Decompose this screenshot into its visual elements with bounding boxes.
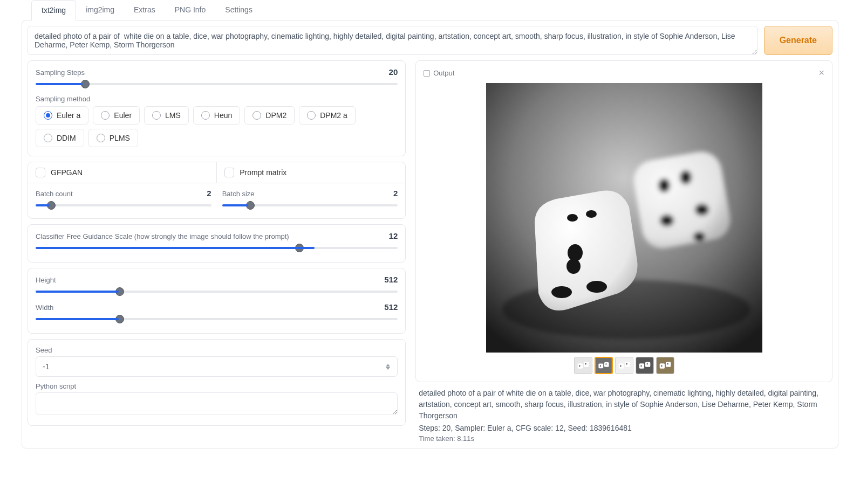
- sampling-method-radios: Euler aEulerLMSHeunDPM2DPM2 aDDIMPLMS: [36, 106, 398, 147]
- width-slider[interactable]: [36, 314, 398, 325]
- width-value: 512: [384, 302, 398, 312]
- cfg-group: Classifier Free Guidance Scale (how stro…: [28, 224, 406, 263]
- svg-point-22: [599, 365, 600, 367]
- seed-stepper[interactable]: [386, 361, 393, 372]
- svg-rect-31: [645, 362, 650, 367]
- batch-size-label: Batch size: [222, 190, 255, 198]
- sampler-euler-a[interactable]: Euler a: [36, 106, 88, 125]
- svg-rect-26: [625, 362, 630, 367]
- output-image[interactable]: [420, 83, 828, 353]
- tab-txt2img[interactable]: txt2img: [31, 0, 76, 20]
- sampling-steps-slider[interactable]: [36, 79, 398, 89]
- svg-point-38: [667, 363, 668, 364]
- sampling-method-label: Sampling method: [36, 95, 398, 103]
- svg-rect-36: [666, 362, 671, 367]
- close-icon[interactable]: ×: [818, 67, 824, 79]
- svg-point-3: [658, 178, 670, 192]
- svg-point-13: [586, 281, 607, 293]
- svg-rect-19: [596, 358, 612, 373]
- height-slider[interactable]: [36, 286, 398, 297]
- batch-count-value: 2: [207, 189, 211, 198]
- svg-point-6: [695, 204, 709, 216]
- prompt-input[interactable]: [28, 26, 757, 55]
- seed-group: Seed Python script: [28, 339, 406, 426]
- svg-rect-29: [636, 357, 653, 374]
- tab-settings[interactable]: Settings: [215, 0, 262, 20]
- sampler-heun[interactable]: Heun: [193, 106, 240, 125]
- svg-point-23: [605, 363, 606, 364]
- height-value: 512: [384, 275, 398, 284]
- svg-rect-24: [616, 357, 633, 374]
- sampling-steps-label: Sampling Steps: [36, 68, 85, 77]
- cfg-label: Classifier Free Guidance Scale (how stro…: [36, 232, 289, 240]
- seed-label: Seed: [36, 346, 398, 354]
- python-script-input[interactable]: [36, 392, 398, 415]
- tab-png-info[interactable]: PNG Info: [165, 0, 216, 20]
- radio-icon: [44, 134, 52, 142]
- svg-rect-21: [604, 362, 609, 367]
- thumbnail-1[interactable]: [595, 357, 613, 374]
- cfg-slider[interactable]: [36, 243, 398, 253]
- gfpgan-checkbox[interactable]: [36, 168, 45, 177]
- radio-icon: [201, 111, 210, 120]
- sampling-group: Sampling Steps 20 Sampling method Euler …: [28, 60, 406, 156]
- batch-size-value: 2: [393, 189, 398, 198]
- prompt-matrix-checkbox[interactable]: [224, 168, 234, 177]
- svg-rect-14: [575, 357, 592, 374]
- thumbnail-0[interactable]: [574, 357, 592, 374]
- output-time: Time taken: 8.11s: [415, 434, 832, 443]
- svg-rect-2: [630, 148, 733, 251]
- seed-input[interactable]: [36, 356, 398, 377]
- height-label: Height: [36, 276, 56, 284]
- radio-icon: [101, 111, 110, 120]
- thumbnail-row: [420, 357, 828, 374]
- gfpgan-label: GFPGAN: [51, 168, 83, 177]
- svg-rect-16: [584, 362, 589, 367]
- expand-icon[interactable]: [424, 70, 430, 77]
- batch-group: GFPGAN Prompt matrix Batch count 2: [28, 162, 406, 219]
- sampling-steps-value: 20: [389, 67, 398, 77]
- svg-rect-34: [657, 357, 674, 374]
- radio-icon: [252, 111, 261, 120]
- output-panel: Output ×: [415, 60, 832, 382]
- svg-point-5: [660, 215, 674, 226]
- svg-point-9: [586, 210, 597, 218]
- svg-point-37: [661, 365, 662, 367]
- dimensions-group: Height 512 Width 512: [28, 268, 406, 334]
- thumbnail-3[interactable]: [636, 357, 654, 374]
- batch-count-slider[interactable]: [36, 200, 211, 211]
- generate-button[interactable]: Generate: [764, 26, 832, 55]
- svg-point-28: [626, 363, 627, 364]
- prompt-matrix-label: Prompt matrix: [240, 168, 286, 177]
- thumbnail-4[interactable]: [656, 357, 674, 374]
- sampler-ddim[interactable]: DDIM: [36, 129, 84, 147]
- svg-point-12: [551, 286, 572, 298]
- svg-point-4: [680, 170, 692, 184]
- batch-count-label: Batch count: [36, 190, 73, 198]
- svg-point-33: [646, 363, 647, 364]
- radio-icon: [152, 111, 161, 120]
- width-label: Width: [36, 303, 53, 312]
- batch-size-slider[interactable]: [222, 200, 398, 211]
- radio-icon: [307, 111, 316, 120]
- sampler-euler[interactable]: Euler: [93, 106, 140, 125]
- tab-bar: txt2imgimg2imgExtrasPNG InfoSettings: [31, 0, 838, 20]
- radio-icon: [44, 111, 52, 120]
- output-caption: detailed photo of a pair of white die on…: [415, 388, 832, 422]
- svg-point-17: [579, 365, 580, 367]
- tab-img2img[interactable]: img2img: [76, 0, 124, 20]
- thumbnail-2[interactable]: [615, 357, 633, 374]
- radio-icon: [97, 134, 105, 142]
- svg-point-32: [640, 365, 641, 367]
- sampler-lms[interactable]: LMS: [144, 106, 189, 125]
- svg-point-7: [693, 232, 705, 241]
- sampler-dpm2-a[interactable]: DPM2 a: [299, 106, 356, 125]
- output-meta: Steps: 20, Sampler: Euler a, CFG scale: …: [415, 424, 832, 432]
- sampler-plms[interactable]: PLMS: [88, 129, 138, 147]
- tab-extras[interactable]: Extras: [124, 0, 165, 20]
- sampler-dpm2[interactable]: DPM2: [244, 106, 295, 125]
- svg-point-11: [566, 259, 581, 274]
- output-label: Output: [433, 69, 454, 77]
- svg-point-18: [585, 363, 586, 364]
- python-script-label: Python script: [36, 382, 398, 390]
